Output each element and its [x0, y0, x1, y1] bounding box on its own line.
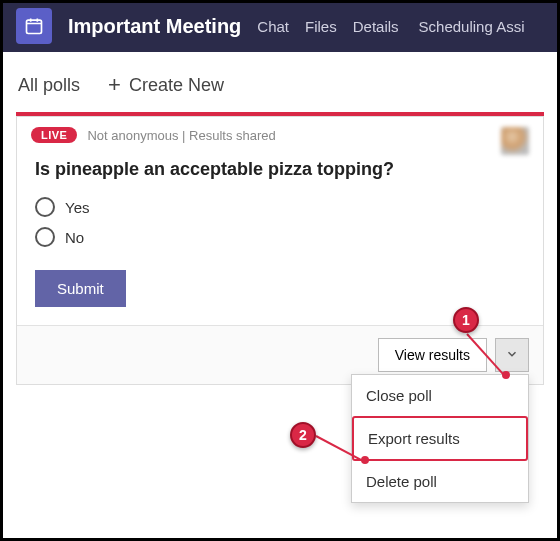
plus-icon: + [108, 72, 121, 98]
annotation-dot-2 [361, 456, 369, 464]
avatar [501, 127, 529, 155]
chevron-down-icon [505, 347, 519, 364]
results-dropdown-toggle[interactable] [495, 338, 529, 372]
poll-subbar: All polls + Create New [0, 52, 560, 112]
live-badge: LIVE [31, 127, 77, 143]
create-new-button[interactable]: + Create New [108, 72, 224, 98]
create-new-label: Create New [129, 75, 224, 96]
meeting-title: Important Meeting [68, 15, 241, 38]
dropdown-export-results[interactable]: Export results [352, 416, 528, 461]
annotation-2: 2 [290, 422, 316, 448]
tab-scheduling[interactable]: Scheduling Assi [419, 18, 525, 35]
calendar-icon [16, 8, 52, 44]
annotation-1: 1 [453, 307, 479, 333]
tab-files[interactable]: Files [305, 18, 337, 35]
dropdown-delete-poll[interactable]: Delete poll [352, 461, 528, 502]
radio-icon [35, 197, 55, 217]
option-label: No [65, 229, 84, 246]
poll-meta: Not anonymous | Results shared [87, 128, 275, 143]
poll-option-yes[interactable]: Yes [35, 192, 525, 222]
results-dropdown: Close poll Export results Delete poll [351, 374, 529, 503]
submit-button[interactable]: Submit [35, 270, 126, 307]
view-results-button[interactable]: View results [378, 338, 487, 372]
option-label: Yes [65, 199, 89, 216]
svg-rect-0 [27, 20, 42, 33]
annotation-dot-1 [502, 371, 510, 379]
topbar: Important Meeting Chat Files Details Sch… [0, 0, 560, 52]
dropdown-close-poll[interactable]: Close poll [352, 375, 528, 416]
poll-card: LIVE Not anonymous | Results shared Is p… [16, 116, 544, 385]
poll-question: Is pineapple an acceptable pizza topping… [17, 149, 543, 192]
tab-chat[interactable]: Chat [257, 18, 289, 35]
poll-header: LIVE Not anonymous | Results shared [17, 117, 543, 149]
poll-options: Yes No [17, 192, 543, 266]
tab-details[interactable]: Details [353, 18, 399, 35]
poll-footer: View results Close poll Export results D… [17, 325, 543, 384]
poll-option-no[interactable]: No [35, 222, 525, 252]
all-polls-label: All polls [18, 75, 80, 96]
radio-icon [35, 227, 55, 247]
